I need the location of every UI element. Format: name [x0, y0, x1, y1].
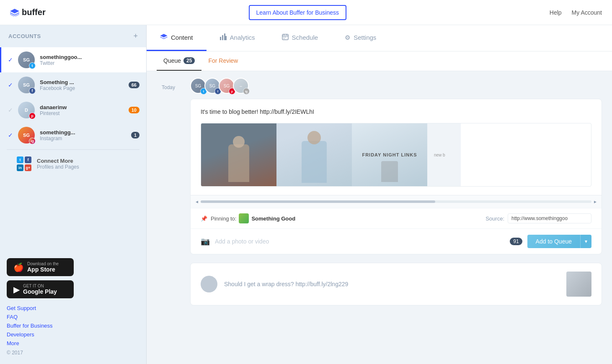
android-icon: ▶	[13, 285, 20, 295]
pinning-to-label: Pinning to:	[211, 215, 236, 222]
scrollbar-area: ◂ ▸	[191, 195, 602, 208]
source-input[interactable]	[508, 213, 591, 223]
add-queue-dropdown[interactable]: ▾	[580, 235, 591, 248]
post-image-1	[201, 123, 276, 186]
account-type-pinterest: Pinterest	[40, 110, 129, 116]
settings-icon: ⚙	[345, 34, 350, 41]
compose-count: 91	[510, 238, 522, 245]
connect-more-title: Connect More	[37, 158, 79, 164]
main-nav: Content Analytics	[147, 25, 612, 51]
app-store-sub: Download on the	[27, 261, 59, 266]
content-tab-label: Content	[171, 34, 193, 41]
add-queue-button[interactable]: Add to Queue	[527, 235, 580, 248]
sidebar-divider	[7, 149, 139, 150]
connect-facebook-icon: f	[25, 156, 31, 163]
check-icon-instagram: ✓	[8, 132, 15, 138]
posts-area: SG t SG f SG p – ig	[180, 71, 612, 364]
post-image-3: FRIDAY NIGHT LINKS	[352, 123, 427, 186]
schedule-icon	[282, 33, 289, 41]
more-link[interactable]: More	[7, 340, 139, 346]
account-type-instagram: Instagram	[40, 136, 131, 141]
accounts-label: Accounts	[8, 33, 41, 39]
sub-tab-queue[interactable]: Queue 25	[157, 51, 201, 71]
account-count-pinterest: 10	[129, 107, 139, 113]
account-info-facebook: Something ... Facebook Page	[40, 79, 129, 91]
sidebar-header: Accounts +	[0, 25, 146, 47]
google-play-button[interactable]: ▶ GET IT ON Google Play	[7, 280, 74, 298]
avatar-instagram: SG ig	[18, 127, 35, 144]
developers-link[interactable]: Developers	[7, 331, 139, 338]
faq-link[interactable]: FAQ	[7, 314, 139, 320]
buffer-business-link[interactable]: Buffer for Business	[7, 323, 139, 329]
header-right: Help My Account	[550, 9, 602, 16]
post-image-2	[276, 123, 352, 186]
app-store-main: App Store	[27, 266, 59, 273]
svg-rect-1	[222, 35, 223, 40]
analytics-tab-label: Analytics	[230, 34, 255, 41]
source-label: Source:	[485, 215, 504, 222]
connect-more[interactable]: t f in g+ Connect More Profiles and Page…	[10, 151, 146, 176]
sidebar-item-pinterest[interactable]: ✓ D p danaerinw Pinterest 10	[0, 97, 146, 123]
stack-icon	[10, 9, 19, 16]
timeline: Today	[147, 71, 180, 364]
content-icon	[160, 34, 168, 41]
sub-tab-for-review[interactable]: For Review	[201, 51, 245, 71]
get-support-link[interactable]: Get Support	[7, 305, 139, 311]
scroll-right[interactable]: ▸	[594, 199, 597, 205]
apple-icon: 🍎	[13, 262, 24, 272]
footer-links: Get Support FAQ Buffer for Business Deve…	[7, 305, 139, 346]
scroll-left[interactable]: ◂	[196, 199, 198, 205]
account-count-instagram: 1	[131, 132, 139, 138]
header: buffer Learn About Buffer for Business H…	[0, 0, 612, 25]
logo-text: buffer	[22, 8, 46, 17]
buffer-logo: buffer	[10, 8, 46, 17]
tab-content[interactable]: Content	[147, 25, 207, 51]
connect-icons: t f in g+	[17, 156, 32, 171]
app-store-button[interactable]: 🍎 Download on the App Store	[7, 258, 74, 276]
tab-schedule[interactable]: Schedule	[269, 25, 332, 51]
tab-settings[interactable]: ⚙ Settings	[331, 25, 390, 51]
post-images: FRIDAY NIGHT LINKS new b	[201, 123, 591, 187]
tab-analytics[interactable]: Analytics	[207, 25, 269, 51]
timeline-today: Today	[162, 79, 180, 90]
google-play-main: Google Play	[23, 288, 57, 295]
post-image-4: new b	[427, 123, 461, 186]
learn-business-button[interactable]: Learn About Buffer for Business	[249, 5, 346, 20]
account-name-facebook: Something ...	[40, 79, 129, 85]
avatar-4: – ig	[233, 78, 249, 94]
avatar-facebook: SG f	[18, 77, 35, 93]
sub-nav: Queue 25 For Review	[147, 51, 612, 71]
post-card: It's time to blog better! http://buff.ly…	[190, 99, 602, 254]
logo-area: buffer	[10, 8, 46, 17]
sidebar-item-twitter[interactable]: ✓ SG t somethinggoo... Twitter	[0, 47, 146, 72]
compose-placeholder[interactable]: Add a photo or video	[215, 238, 505, 245]
sidebar-item-facebook[interactable]: ✓ SG f Something ... Facebook Page 66	[0, 72, 146, 97]
post-card-body: It's time to blog better! http://buff.ly…	[191, 99, 602, 195]
sidebar-footer: 🍎 Download on the App Store ▶ GET IT ON …	[0, 250, 146, 364]
sidebar-item-instagram[interactable]: ✓ SG ig somethingg... Instagram 1	[0, 123, 146, 148]
preview-avatar	[201, 276, 217, 292]
facebook-badge: f	[29, 87, 36, 94]
account-name-pinterest: danaerinw	[40, 104, 129, 110]
my-account-link[interactable]: My Account	[572, 9, 602, 16]
board-icon	[239, 213, 249, 223]
connect-more-sub: Profiles and Pages	[37, 164, 79, 170]
check-icon-facebook: ✓	[8, 82, 15, 88]
avatar-twitter: SG t	[18, 51, 35, 68]
add-account-button[interactable]: +	[133, 32, 138, 41]
scrollbar-track[interactable]	[201, 200, 591, 203]
help-link[interactable]: Help	[550, 9, 562, 16]
post-preview-image	[566, 272, 591, 297]
sidebar: Accounts + ✓ SG t somethinggoo... Twitte…	[0, 25, 147, 364]
main-content: Content Analytics	[147, 25, 612, 364]
camera-icon[interactable]: 📷	[201, 237, 210, 246]
account-type-twitter: Twitter	[40, 60, 139, 66]
copyright: © 2017	[7, 350, 139, 356]
new-b-text: new b	[431, 149, 449, 161]
for-review-label: For Review	[208, 57, 238, 64]
avatar-pinterest: D p	[18, 102, 35, 118]
scrollbar-thumb[interactable]	[201, 200, 435, 203]
pinterest-badge: p	[29, 113, 36, 119]
app-layout: Accounts + ✓ SG t somethinggoo... Twitte…	[0, 25, 612, 364]
compose-row: 📷 Add a photo or video 91 Add to Queue ▾	[191, 228, 602, 254]
